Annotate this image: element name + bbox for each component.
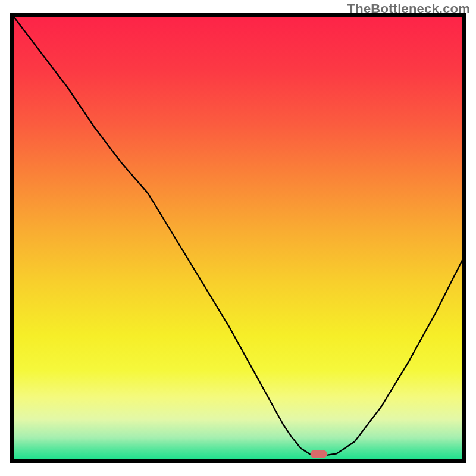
- gradient-background: [14, 17, 462, 459]
- watermark-text: TheBottleneck.com: [347, 1, 470, 17]
- chart-container: TheBottleneck.com: [0, 0, 476, 476]
- bottleneck-chart: [0, 0, 476, 476]
- optimal-marker: [311, 450, 327, 458]
